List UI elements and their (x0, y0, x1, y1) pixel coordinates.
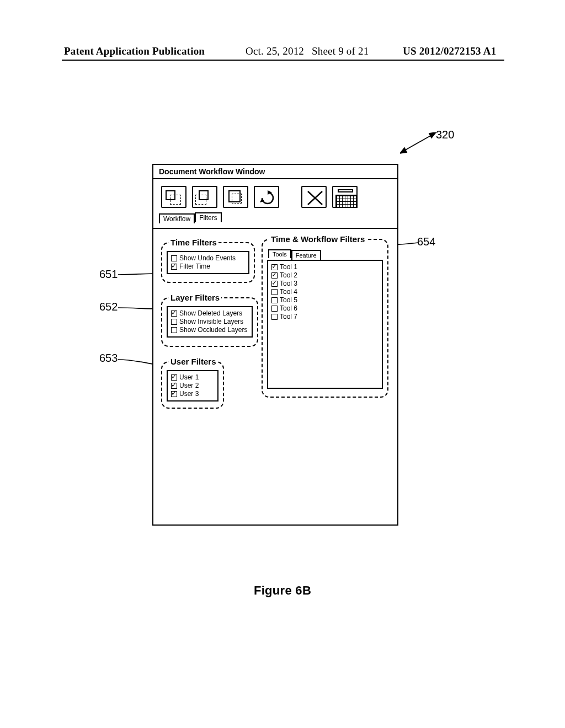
checkbox-icon[interactable] (271, 272, 278, 279)
twf-row[interactable]: Tool 4 (271, 288, 379, 296)
tab-filters[interactable]: Filters (195, 212, 222, 222)
close-x-icon (306, 189, 324, 207)
header-date: Oct. 25, 2012 (246, 45, 304, 57)
twf-row[interactable]: Tool 3 (271, 280, 379, 288)
header-docnum: US 2012/0272153 A1 (403, 45, 496, 57)
checkbox-icon[interactable] (171, 255, 177, 261)
checkbox-icon[interactable] (171, 264, 177, 270)
toolbar-btn-2[interactable] (192, 186, 217, 208)
toolbar-btn-1[interactable] (161, 186, 186, 208)
time-filter-label: Filter Time (179, 263, 210, 270)
refresh-icon (259, 189, 276, 207)
keyboard-icon-grid (335, 195, 358, 208)
tab-workflow[interactable]: Workflow (159, 213, 195, 223)
checkbox-icon[interactable] (171, 311, 177, 317)
layer-filter-label: Show Deleted Layers (179, 309, 242, 317)
svg-marker-1 (400, 148, 407, 153)
time-filter-label: Show Undo Events (179, 254, 236, 262)
callout-320: 320 (436, 129, 454, 141)
twf-row[interactable]: Tool 1 (271, 263, 379, 271)
window-title: Document Workflow Window (153, 165, 397, 179)
svg-line-0 (403, 135, 433, 151)
checkbox-icon[interactable] (171, 327, 177, 333)
layer-filters-group: Layer Filters Show Deleted Layers Show I… (161, 297, 258, 347)
user-filter-row[interactable]: User 3 (171, 390, 214, 398)
checkbox-icon[interactable] (271, 297, 278, 303)
toolbar-btn-keyboard[interactable] (332, 186, 358, 208)
checkbox-icon[interactable] (271, 306, 278, 312)
time-filters-box: Show Undo Events Filter Time (167, 251, 249, 274)
time-filters-group: Time Filters Show Undo Events Filter Tim… (161, 242, 255, 283)
figure-caption: Figure 6B (0, 584, 565, 598)
time-workflow-filters-group: Time & Workflow Filters ToolsFeature Too… (262, 239, 388, 398)
checkbox-icon[interactable] (271, 289, 278, 295)
callout-651: 651 (99, 268, 118, 281)
twf-label: Tool 6 (280, 304, 297, 312)
layer-filter-label: Show Invisible Layers (179, 318, 243, 325)
checkbox-icon[interactable] (171, 391, 177, 397)
user-filter-label: User 2 (179, 382, 199, 389)
page: Patent Application Publication Oct. 25, … (0, 0, 565, 728)
twf-label: Tool 3 (280, 280, 297, 287)
checkbox-icon[interactable] (271, 264, 278, 270)
header-rule (62, 60, 504, 61)
layer-filter-row[interactable]: Show Deleted Layers (171, 309, 248, 318)
layer-filter-row[interactable]: Show Invisible Layers (171, 318, 248, 326)
header-publication: Patent Application Publication (64, 45, 205, 57)
twf-row[interactable]: Tool 2 (271, 271, 379, 280)
twf-label: Tool 1 (280, 263, 297, 271)
twf-row[interactable]: Tool 6 (271, 304, 379, 313)
checkbox-icon[interactable] (271, 281, 278, 287)
layer-filter-label: Show Occluded Layers (179, 326, 247, 334)
toolbar-btn-3[interactable] (223, 186, 248, 208)
twf-row[interactable]: Tool 7 (271, 313, 379, 321)
lead-320 (400, 132, 439, 154)
twf-row[interactable]: Tool 5 (271, 296, 379, 304)
main-tabstrip: WorkflowFilters (159, 212, 222, 223)
twf-box: Tool 1 Tool 2 Tool 3 Tool 4 Tool 5 Tool … (267, 260, 383, 389)
toolbar-btn-refresh[interactable] (254, 186, 279, 208)
twf-label: Tool 2 (280, 271, 297, 279)
checkbox-icon[interactable] (171, 319, 177, 325)
twf-label: Tool 7 (280, 313, 297, 320)
svg-marker-2 (429, 132, 436, 138)
time-filter-row[interactable]: Filter Time (171, 263, 245, 271)
callout-652: 652 (99, 301, 118, 313)
workflow-window: Document Workflow Window (152, 164, 398, 526)
checkbox-icon[interactable] (271, 314, 278, 320)
layer-filters-box: Show Deleted Layers Show Invisible Layer… (167, 306, 253, 338)
user-filters-title: User Filters (169, 357, 218, 366)
callout-654: 654 (417, 235, 435, 248)
user-filters-group: User Filters User 1 User 2 User 3 (161, 361, 224, 409)
twf-label: Tool 5 (280, 296, 297, 304)
toolbar-btn-close[interactable] (301, 186, 327, 208)
keyboard-icon (338, 189, 353, 192)
user-filters-box: User 1 User 2 User 3 (167, 370, 218, 402)
user-filter-label: User 1 (179, 373, 199, 381)
checkbox-icon[interactable] (171, 374, 177, 381)
twf-tab-tools[interactable]: Tools (268, 249, 291, 258)
twf-label: Tool 4 (280, 288, 297, 296)
layer-filter-row[interactable]: Show Occluded Layers (171, 326, 248, 334)
user-filter-row[interactable]: User 1 (171, 373, 214, 382)
checkbox-icon[interactable] (171, 383, 177, 389)
twf-tabstrip: ToolsFeature (268, 249, 384, 259)
twf-tab-feature[interactable]: Feature (291, 250, 321, 260)
toolbar: WorkflowFilters (153, 180, 397, 229)
header-sheet: Sheet 9 of 21 (312, 45, 369, 57)
user-filter-row[interactable]: User 2 (171, 382, 214, 390)
callout-653: 653 (99, 352, 118, 365)
twf-title: Time & Workflow Filters (269, 234, 366, 244)
user-filter-label: User 3 (179, 390, 199, 398)
layer-filters-title: Layer Filters (169, 293, 221, 302)
time-filter-row[interactable]: Show Undo Events (171, 254, 245, 263)
time-filters-title: Time Filters (169, 238, 218, 247)
